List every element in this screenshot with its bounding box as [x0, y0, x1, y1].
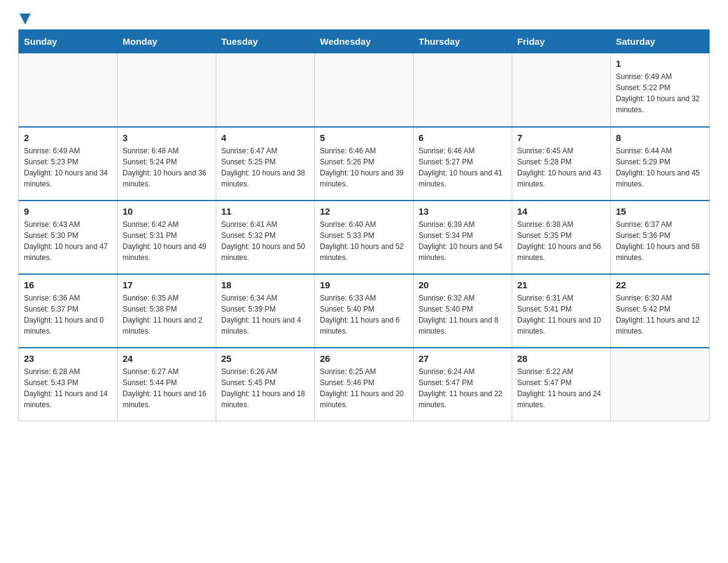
- day-number: 10: [123, 206, 211, 216]
- day-number: 20: [419, 280, 507, 290]
- column-header-thursday: Thursday: [414, 30, 512, 53]
- calendar-week-row: 2Sunrise: 6:49 AMSunset: 5:23 PMDaylight…: [19, 127, 710, 201]
- day-info: Sunrise: 6:30 AMSunset: 5:42 PMDaylight:…: [616, 293, 704, 337]
- day-number: 19: [320, 280, 408, 290]
- calendar-cell: 3Sunrise: 6:48 AMSunset: 5:24 PMDaylight…: [118, 127, 216, 201]
- calendar-cell: 14Sunrise: 6:38 AMSunset: 5:35 PMDayligh…: [512, 201, 611, 274]
- calendar-cell: 28Sunrise: 6:22 AMSunset: 5:47 PMDayligh…: [512, 348, 611, 421]
- day-number: 22: [616, 280, 704, 290]
- day-number: 12: [320, 206, 408, 216]
- day-info: Sunrise: 6:27 AMSunset: 5:44 PMDaylight:…: [123, 366, 211, 410]
- day-info: Sunrise: 6:40 AMSunset: 5:33 PMDaylight:…: [320, 219, 408, 263]
- calendar-cell: 25Sunrise: 6:26 AMSunset: 5:45 PMDayligh…: [216, 348, 315, 421]
- column-header-tuesday: Tuesday: [216, 30, 315, 53]
- day-info: Sunrise: 6:26 AMSunset: 5:45 PMDaylight:…: [221, 366, 309, 410]
- day-info: Sunrise: 6:46 AMSunset: 5:27 PMDaylight:…: [419, 145, 507, 190]
- day-number: 17: [123, 280, 211, 290]
- day-info: Sunrise: 6:22 AMSunset: 5:47 PMDaylight:…: [517, 366, 605, 410]
- calendar-header-row: SundayMondayTuesdayWednesdayThursdayFrid…: [19, 30, 710, 53]
- day-number: 5: [320, 132, 408, 143]
- calendar-cell: 16Sunrise: 6:36 AMSunset: 5:37 PMDayligh…: [19, 274, 118, 348]
- calendar-week-row: 1Sunrise: 6:49 AMSunset: 5:22 PMDaylight…: [19, 53, 710, 127]
- page-header: [18, 12, 710, 23]
- day-number: 21: [517, 280, 605, 290]
- day-number: 25: [221, 353, 309, 364]
- calendar-cell: 11Sunrise: 6:41 AMSunset: 5:32 PMDayligh…: [216, 201, 315, 274]
- calendar-cell: 19Sunrise: 6:33 AMSunset: 5:40 PMDayligh…: [315, 274, 414, 348]
- day-number: 27: [419, 353, 507, 364]
- calendar-week-row: 16Sunrise: 6:36 AMSunset: 5:37 PMDayligh…: [19, 274, 710, 348]
- day-number: 16: [24, 280, 112, 290]
- calendar-cell: 12Sunrise: 6:40 AMSunset: 5:33 PMDayligh…: [315, 201, 414, 274]
- day-number: 13: [419, 206, 507, 216]
- calendar-cell: [315, 53, 414, 127]
- day-info: Sunrise: 6:28 AMSunset: 5:43 PMDaylight:…: [24, 366, 112, 410]
- day-number: 28: [517, 353, 605, 364]
- calendar-cell: 10Sunrise: 6:42 AMSunset: 5:31 PMDayligh…: [118, 201, 216, 274]
- calendar-cell: [414, 53, 512, 127]
- calendar-cell: 27Sunrise: 6:24 AMSunset: 5:47 PMDayligh…: [414, 348, 512, 421]
- day-number: 9: [24, 206, 112, 216]
- calendar-cell: 22Sunrise: 6:30 AMSunset: 5:42 PMDayligh…: [611, 274, 710, 348]
- calendar-week-row: 23Sunrise: 6:28 AMSunset: 5:43 PMDayligh…: [19, 348, 710, 421]
- day-number: 26: [320, 353, 408, 364]
- day-info: Sunrise: 6:45 AMSunset: 5:28 PMDaylight:…: [517, 145, 605, 190]
- calendar-cell: 17Sunrise: 6:35 AMSunset: 5:38 PMDayligh…: [118, 274, 216, 348]
- calendar-cell: 5Sunrise: 6:46 AMSunset: 5:26 PMDaylight…: [315, 127, 414, 201]
- calendar-cell: 21Sunrise: 6:31 AMSunset: 5:41 PMDayligh…: [512, 274, 611, 348]
- day-number: 15: [616, 206, 704, 216]
- day-info: Sunrise: 6:25 AMSunset: 5:46 PMDaylight:…: [320, 366, 408, 410]
- calendar-cell: [118, 53, 216, 127]
- calendar-cell: [611, 348, 710, 421]
- calendar-cell: 18Sunrise: 6:34 AMSunset: 5:39 PMDayligh…: [216, 274, 315, 348]
- day-info: Sunrise: 6:38 AMSunset: 5:35 PMDaylight:…: [517, 219, 605, 263]
- day-info: Sunrise: 6:49 AMSunset: 5:22 PMDaylight:…: [616, 71, 704, 115]
- day-info: Sunrise: 6:41 AMSunset: 5:32 PMDaylight:…: [221, 219, 309, 263]
- calendar-cell: [512, 53, 611, 127]
- day-number: 23: [24, 353, 112, 364]
- calendar-cell: 8Sunrise: 6:44 AMSunset: 5:29 PMDaylight…: [611, 127, 710, 201]
- svg-marker-0: [20, 13, 31, 25]
- day-number: 4: [221, 132, 309, 143]
- day-number: 8: [616, 132, 704, 143]
- logo: [18, 12, 31, 23]
- day-number: 3: [123, 132, 211, 143]
- day-info: Sunrise: 6:36 AMSunset: 5:37 PMDaylight:…: [24, 293, 112, 337]
- calendar-cell: 13Sunrise: 6:39 AMSunset: 5:34 PMDayligh…: [414, 201, 512, 274]
- calendar-cell: 23Sunrise: 6:28 AMSunset: 5:43 PMDayligh…: [19, 348, 118, 421]
- calendar-cell: 9Sunrise: 6:43 AMSunset: 5:30 PMDaylight…: [19, 201, 118, 274]
- calendar-cell: 24Sunrise: 6:27 AMSunset: 5:44 PMDayligh…: [118, 348, 216, 421]
- calendar-table: SundayMondayTuesdayWednesdayThursdayFrid…: [18, 29, 710, 421]
- day-number: 7: [517, 132, 605, 143]
- column-header-friday: Friday: [512, 30, 611, 53]
- day-info: Sunrise: 6:48 AMSunset: 5:24 PMDaylight:…: [123, 145, 211, 190]
- calendar-cell: 26Sunrise: 6:25 AMSunset: 5:46 PMDayligh…: [315, 348, 414, 421]
- day-info: Sunrise: 6:47 AMSunset: 5:25 PMDaylight:…: [221, 145, 309, 190]
- calendar-cell: 20Sunrise: 6:32 AMSunset: 5:40 PMDayligh…: [414, 274, 512, 348]
- day-info: Sunrise: 6:34 AMSunset: 5:39 PMDaylight:…: [221, 293, 309, 337]
- calendar-cell: 15Sunrise: 6:37 AMSunset: 5:36 PMDayligh…: [611, 201, 710, 274]
- day-number: 18: [221, 280, 309, 290]
- day-number: 11: [221, 206, 309, 216]
- column-header-sunday: Sunday: [19, 30, 118, 53]
- day-info: Sunrise: 6:49 AMSunset: 5:23 PMDaylight:…: [24, 145, 112, 190]
- column-header-saturday: Saturday: [611, 30, 710, 53]
- calendar-cell: [216, 53, 315, 127]
- day-info: Sunrise: 6:39 AMSunset: 5:34 PMDaylight:…: [419, 219, 507, 263]
- day-number: 14: [517, 206, 605, 216]
- calendar-cell: 2Sunrise: 6:49 AMSunset: 5:23 PMDaylight…: [19, 127, 118, 201]
- calendar-cell: [19, 53, 118, 127]
- day-info: Sunrise: 6:35 AMSunset: 5:38 PMDaylight:…: [123, 293, 211, 337]
- calendar-week-row: 9Sunrise: 6:43 AMSunset: 5:30 PMDaylight…: [19, 201, 710, 274]
- day-number: 24: [123, 353, 211, 364]
- day-info: Sunrise: 6:42 AMSunset: 5:31 PMDaylight:…: [123, 219, 211, 263]
- calendar-cell: 1Sunrise: 6:49 AMSunset: 5:22 PMDaylight…: [611, 53, 710, 127]
- calendar-cell: 6Sunrise: 6:46 AMSunset: 5:27 PMDaylight…: [414, 127, 512, 201]
- column-header-wednesday: Wednesday: [315, 30, 414, 53]
- day-info: Sunrise: 6:43 AMSunset: 5:30 PMDaylight:…: [24, 219, 112, 263]
- day-number: 6: [419, 132, 507, 143]
- day-info: Sunrise: 6:37 AMSunset: 5:36 PMDaylight:…: [616, 219, 704, 263]
- day-info: Sunrise: 6:32 AMSunset: 5:40 PMDaylight:…: [419, 293, 507, 337]
- day-info: Sunrise: 6:46 AMSunset: 5:26 PMDaylight:…: [320, 145, 408, 190]
- day-info: Sunrise: 6:33 AMSunset: 5:40 PMDaylight:…: [320, 293, 408, 337]
